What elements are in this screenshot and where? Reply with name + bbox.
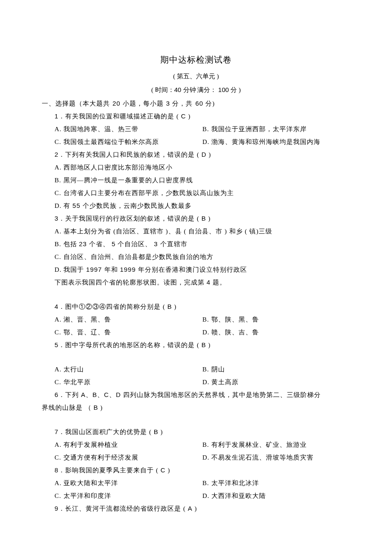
q6-stem-line1: 6．下列 A、B、C、D 四列山脉为我国地形区的天然界线，其中是地势第二、三级阶… — [42, 388, 350, 401]
page-subtitle: ( 第五、六单元 ) — [42, 70, 350, 83]
note1-a: 下图表示我国四个省的轮廓形状图。读图，完成第 — [55, 279, 207, 286]
q-tail: ) — [186, 113, 191, 120]
q3-a: A. 基本上划分为省 (自治区、直辖市 )、县 ( 自治县、市 ) 和乡 ( 镇… — [42, 225, 350, 238]
q5-d: D. 黄土高原 — [202, 376, 350, 388]
q2-c: C. 台湾省人口主要分布在西部平原，少数民族以高山族为主 — [42, 187, 350, 199]
q7-opts-ab: A. 有利于发展种植业 B. 有利于发展林业、矿业、旅游业 — [42, 438, 350, 451]
q2-d: D. 有 55 个少数民族，云南少数民族人数最多 — [42, 199, 350, 212]
section-heading: 一、选择题（本大题共20 小题，每小题3 分，共60 分) — [42, 97, 350, 110]
q8-opts-ab: A. 亚欧大陆和太平洋 B. 太平洋和北冰洋 — [42, 477, 350, 489]
q4-b: B. 鄂、陕、黑、鲁 — [202, 313, 350, 326]
q-tail: ) — [206, 342, 211, 348]
q7-stem: 7．我国山区面积广大的优势是 ( B ) — [42, 426, 350, 438]
q2-b: B. 黑河—腾冲一线是一条重要的人口密度界线 — [42, 174, 350, 187]
q-ans: C — [161, 466, 166, 474]
q3-b-a: B. 包括 — [55, 241, 79, 247]
q3-stem: 3．关于我国现行的行政区划的叙述，错误的是 ( B ) — [42, 212, 350, 225]
q6-txtb: A、B、C、D — [81, 391, 121, 398]
q-num: 8 — [55, 466, 58, 474]
timing-full-t: 分 ) — [231, 86, 241, 93]
q-text: ．图中①②③④四省的简称分别是 ( — [58, 303, 167, 310]
q1-opts-cd: C. 我国领土最西端位于帕米尔高原 D. 渤海、黄海和琼州海峡均是我国内海 — [42, 135, 350, 148]
q-text: ．关于我国现行的行政区划的叙述，错误的是 ( — [58, 215, 202, 222]
q7-opts-cd: C. 交通方便有利于经济发展 D. 不易发生泥石流、滑坡等地质灾害 — [42, 451, 350, 464]
q1-b: B. 我国位于亚洲西部，太平洋东岸 — [202, 123, 350, 135]
q3-d-c: 年分别在香港和澳门设立特别行政区 — [138, 266, 247, 273]
q9-stem: 9．长江、黄河干流都流经的省级行政区是 ( A ) — [42, 502, 350, 515]
q-ans: D — [202, 151, 207, 158]
q-tail: ) — [159, 428, 163, 435]
exam-page: 期中达标检测试卷 ( 第五、六单元 ) ( 时间：40 分钟 满分： 100 分… — [0, 0, 392, 555]
q4-opts-ab: A. 湘、晋、黑、鲁 B. 鄂、陕、黑、鲁 — [42, 313, 350, 326]
q8-d: D. 大西洋和亚欧大陆 — [202, 489, 350, 502]
section-g: 分) — [205, 100, 215, 107]
q2-a: A. 西部地区人口密度比东部沿海地区小 — [42, 161, 350, 174]
q6-txta: ．下列 — [58, 391, 81, 398]
q-num: 9 — [55, 505, 58, 512]
q5-stem: 5．图中字母所代表的地形区的名称，错误的是 ( B ) — [42, 339, 350, 351]
q-tail: ) — [207, 151, 211, 158]
spacer — [42, 351, 350, 363]
q3-b-n1: 23 — [79, 240, 89, 247]
q1-opts-ab: A. 我国地跨寒、温、热三带 B. 我国位于亚洲西部，太平洋东岸 — [42, 123, 350, 135]
q7-b: B. 有利于发展林业、矿业、旅游业 — [202, 438, 350, 451]
q6-txtc: 四列山脉为我国地形区的天然界线，其中是地势第二、三级阶梯分 — [121, 391, 321, 398]
q-ans: B — [167, 303, 172, 310]
note-1: 下图表示我国四个省的轮廓形状图。读图，完成第 4 题。 — [42, 276, 350, 289]
q-text: ．我国山区面积广大的优势是 ( — [58, 428, 154, 435]
q-num: 7 — [55, 428, 58, 435]
note1-n: 4 — [207, 279, 213, 286]
section-e: 分，共 — [172, 100, 193, 107]
timing-min-n: 40 — [174, 86, 183, 93]
timing-line: ( 时间：40 分钟 满分： 100 分 ) — [42, 83, 350, 96]
spacer — [42, 414, 350, 426]
q-ans: A — [188, 505, 193, 512]
q2-d-n: 55 — [72, 202, 83, 209]
q-num: 6 — [55, 391, 58, 398]
q-num: 4 — [55, 303, 58, 310]
q-tail: ) — [98, 404, 103, 411]
q3-d: D. 我国于 1997 年和 1999 年分别在香港和澳门设立特别行政区 — [42, 263, 350, 276]
q3-b-c: 个自治区、 — [118, 241, 154, 247]
q7-c: C. 交通方便有利于经济发展 — [55, 451, 202, 464]
q2-d-a: D. 有 — [55, 202, 72, 209]
q8-stem: 8．影响我国的夏季风主要来自于 ( C ) — [42, 464, 350, 477]
note1-b: 题。 — [213, 279, 226, 286]
q7-d: D. 不易发生泥石流、滑坡等地质灾害 — [202, 451, 350, 464]
q4-a: A. 湘、晋、黑、鲁 — [55, 313, 202, 326]
q-text: ．图中字母所代表的地形区的名称，错误的是 ( — [58, 342, 202, 348]
q5-opts-cd: C. 华北平原 D. 黄土高原 — [42, 376, 350, 388]
section-b: 20 — [112, 100, 123, 107]
q-num: 3 — [55, 215, 58, 222]
q-ans: B — [202, 341, 206, 348]
q1-d: D. 渤海、黄海和琼州海峡均是我国内海 — [202, 135, 350, 148]
q-num: 2 — [55, 151, 58, 158]
q-text: ．有关我国的位置和疆域描述正确的是 ( — [58, 113, 181, 120]
q3-c: C. 自治区、自治州、自治县都是少数民族自治的地方 — [42, 250, 350, 263]
q3-b-n3: 3 — [154, 240, 160, 247]
section-d: 3 — [166, 100, 173, 107]
q3-b-b: 个省、 — [89, 241, 112, 247]
q-text: ．影响我国的夏季风主要来自于 ( — [58, 467, 161, 474]
q4-opts-cd: C. 鄂、晋、辽、鲁 D. 赣、陕、吉、鲁 — [42, 326, 350, 339]
q3-b: B. 包括 23 个省、 5 个自治区、 3 个直辖市 — [42, 238, 350, 250]
q2-d-b: 个少数民族，云南少数民族人数最多 — [83, 202, 192, 209]
timing-min-t: 分钟 满分： — [183, 86, 219, 93]
q-ans: B — [94, 404, 98, 411]
q2-stem: 2．下列有关我国人口和民族的叙述，错误的是 ( D ) — [42, 148, 350, 161]
q1-stem: 1．有关我国的位置和疆域描述正确的是 ( C ) — [42, 110, 350, 123]
q6-txt2: 界线的山脉是 （ — [42, 404, 94, 411]
q1-a: A. 我国地跨寒、温、热三带 — [55, 123, 202, 135]
q8-a: A. 亚欧大陆和太平洋 — [55, 477, 202, 489]
q8-b: B. 太平洋和北冰洋 — [202, 477, 350, 489]
q-ans: C — [181, 112, 186, 120]
spacer — [42, 289, 350, 300]
q-ans: B — [154, 428, 159, 435]
q6-stem-line2: 界线的山脉是 （ B ) — [42, 401, 350, 414]
section-c: 小题，每小题 — [123, 100, 164, 107]
q3-b-n2: 5 — [112, 240, 118, 247]
q5-c: C. 华北平原 — [55, 376, 202, 388]
q4-d: D. 赣、陕、吉、鲁 — [202, 326, 350, 339]
q-tail: ) — [206, 215, 211, 222]
q-tail: ) — [193, 505, 197, 512]
